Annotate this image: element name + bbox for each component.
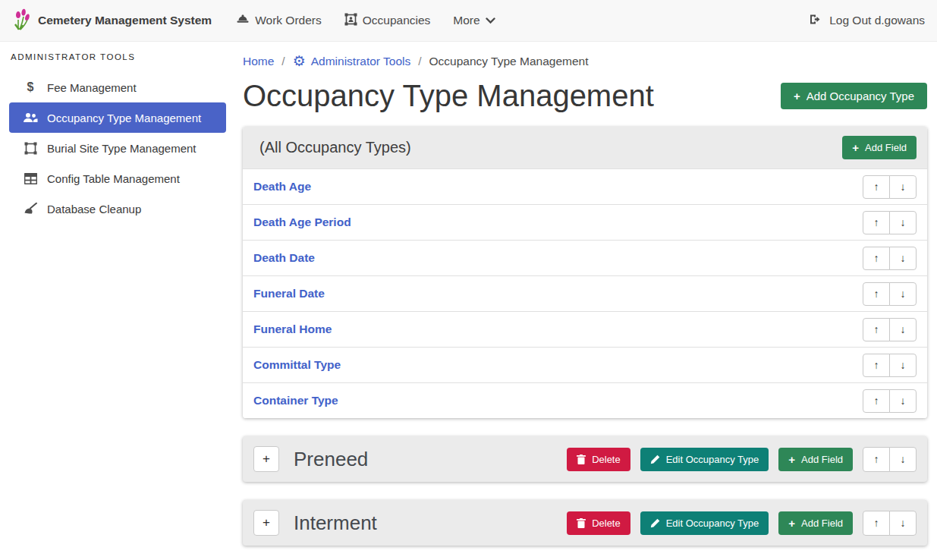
field-link[interactable]: Death Age Period bbox=[253, 216, 351, 229]
pencil-icon bbox=[650, 455, 660, 464]
field-list: Death Age ↑ ↓ Death Age Period ↑ ↓ Death… bbox=[243, 168, 927, 418]
move-up-button[interactable]: ↑ bbox=[863, 282, 890, 306]
users-icon bbox=[23, 112, 38, 123]
sidebar-item-burial-site-type-management[interactable]: Burial Site Type Management bbox=[9, 133, 226, 163]
reorder-group: ↑ ↓ bbox=[863, 354, 917, 377]
field-link[interactable]: Funeral Home bbox=[253, 322, 332, 336]
field-row: Committal Type ↑ ↓ bbox=[243, 347, 927, 382]
plus-icon: + bbox=[788, 454, 795, 465]
app-brand[interactable]: Cemetery Management System bbox=[12, 8, 212, 33]
table-icon bbox=[23, 173, 38, 184]
sign-out-icon bbox=[810, 14, 823, 28]
section-title: Preneed bbox=[294, 448, 368, 471]
move-down-button[interactable]: ↓ bbox=[889, 389, 917, 413]
field-link[interactable]: Death Age bbox=[253, 180, 311, 193]
move-up-button[interactable]: ↑ bbox=[863, 447, 890, 472]
reorder-group: ↑ ↓ bbox=[863, 211, 917, 234]
field-row: Funeral Home ↑ ↓ bbox=[243, 311, 927, 347]
field-link[interactable]: Committal Type bbox=[253, 358, 341, 372]
delete-label: Delete bbox=[592, 518, 621, 529]
reorder-group: ↑ ↓ bbox=[863, 175, 917, 199]
all-occupancy-types-card: (All Occupancy Types) + Add Field Death … bbox=[243, 127, 927, 418]
add-field-label: Add Field bbox=[865, 142, 907, 153]
move-up-button[interactable]: ↑ bbox=[863, 175, 890, 199]
add-field-label: Add Field bbox=[801, 518, 843, 529]
field-row: Death Date ↑ ↓ bbox=[243, 240, 927, 275]
logout-button[interactable]: Log Out d.gowans bbox=[810, 14, 925, 28]
add-field-button[interactable]: + Add Field bbox=[842, 136, 917, 159]
field-link[interactable]: Funeral Date bbox=[253, 287, 325, 300]
breadcrumb-home-link[interactable]: Home bbox=[243, 55, 274, 68]
navbar-menu: Work Orders Occupancies More bbox=[236, 13, 495, 29]
sidebar-item-config-table-management[interactable]: Config Table Management bbox=[9, 163, 226, 193]
add-field-button[interactable]: + Add Field bbox=[778, 448, 853, 471]
move-up-button[interactable]: ↑ bbox=[863, 247, 890, 270]
sidebar-item-database-cleanup[interactable]: Database Cleanup bbox=[9, 193, 226, 224]
gear-icon: ⚙ bbox=[293, 54, 306, 68]
add-field-button[interactable]: + Add Field bbox=[778, 511, 853, 535]
delete-button[interactable]: Delete bbox=[567, 511, 630, 535]
reorder-group: ↑ ↓ bbox=[863, 447, 917, 472]
sidebar-item-label: Occupancy Type Management bbox=[47, 112, 201, 124]
sidebar-item-occupancy-type-management[interactable]: Occupancy Type Management bbox=[9, 102, 226, 133]
field-row: Container Type ↑ ↓ bbox=[243, 382, 927, 418]
edit-occupancy-type-button[interactable]: Edit Occupancy Type bbox=[640, 511, 769, 535]
occupancy-plot-icon bbox=[344, 13, 357, 29]
move-up-button[interactable]: ↑ bbox=[863, 354, 890, 377]
move-down-button[interactable]: ↓ bbox=[889, 175, 917, 199]
move-up-button[interactable]: ↑ bbox=[863, 389, 890, 413]
delete-label: Delete bbox=[592, 454, 621, 465]
plus-icon: + bbox=[788, 518, 795, 529]
move-up-button[interactable]: ↑ bbox=[863, 211, 890, 234]
nav-work-orders[interactable]: Work Orders bbox=[236, 13, 322, 28]
nav-occupancies[interactable]: Occupancies bbox=[344, 13, 431, 29]
section-preneed: + Preneed Delete bbox=[243, 436, 927, 482]
move-down-button[interactable]: ↓ bbox=[889, 282, 917, 306]
field-row: Death Age ↑ ↓ bbox=[243, 168, 927, 204]
breadcrumb: Home / ⚙ Administrator Tools / Occupancy… bbox=[243, 54, 927, 68]
pencil-icon bbox=[650, 518, 660, 528]
edit-occupancy-type-label: Edit Occupancy Type bbox=[666, 518, 759, 529]
section-title: Interment bbox=[294, 511, 377, 535]
sidebar-item-fee-management[interactable]: $ Fee Management bbox=[9, 72, 226, 102]
section-interment: + Interment Delete bbox=[243, 500, 927, 546]
sidebar-heading: ADMINISTRATOR TOOLS bbox=[9, 52, 226, 61]
move-up-button[interactable]: ↑ bbox=[863, 511, 890, 536]
move-down-button[interactable]: ↓ bbox=[889, 247, 917, 270]
move-down-button[interactable]: ↓ bbox=[889, 447, 917, 472]
field-row: Funeral Date ↑ ↓ bbox=[243, 275, 927, 311]
page-title: Occupancy Type Management bbox=[243, 79, 654, 113]
move-up-button[interactable]: ↑ bbox=[863, 318, 890, 341]
sidebar-item-label: Config Table Management bbox=[47, 172, 180, 185]
breadcrumb-separator: / bbox=[281, 55, 285, 68]
expand-button[interactable]: + bbox=[253, 510, 279, 536]
edit-occupancy-type-button[interactable]: Edit Occupancy Type bbox=[640, 448, 769, 471]
breadcrumb-admin-tools-link[interactable]: ⚙ Administrator Tools bbox=[293, 54, 411, 68]
field-link[interactable]: Death Date bbox=[253, 251, 315, 265]
trash-icon bbox=[577, 455, 586, 464]
expand-button[interactable]: + bbox=[253, 446, 279, 472]
chevron-down-icon bbox=[486, 14, 495, 27]
add-occupancy-type-label: Add Occupancy Type bbox=[807, 90, 914, 102]
sidebar: ADMINISTRATOR TOOLS $ Fee Management Occ… bbox=[0, 42, 243, 560]
move-down-button[interactable]: ↓ bbox=[889, 354, 917, 377]
broom-icon bbox=[23, 203, 38, 215]
sidebar-item-label: Fee Management bbox=[47, 81, 137, 94]
sidebar-item-label: Burial Site Type Management bbox=[47, 142, 197, 155]
hard-hat-icon bbox=[236, 13, 250, 28]
move-down-button[interactable]: ↓ bbox=[889, 211, 917, 234]
move-down-button[interactable]: ↓ bbox=[889, 318, 917, 341]
main-content: Home / ⚙ Administrator Tools / Occupancy… bbox=[243, 42, 937, 560]
breadcrumb-separator: / bbox=[418, 55, 421, 68]
delete-button[interactable]: Delete bbox=[567, 448, 630, 471]
reorder-group: ↑ ↓ bbox=[863, 282, 917, 306]
add-occupancy-type-button[interactable]: + Add Occupancy Type bbox=[781, 83, 927, 109]
tulip-logo-icon bbox=[12, 8, 32, 33]
breadcrumb-current: Occupancy Type Management bbox=[429, 55, 589, 68]
sidebar-item-label: Database Cleanup bbox=[47, 203, 141, 216]
reorder-group: ↑ ↓ bbox=[863, 247, 917, 270]
nav-more[interactable]: More bbox=[453, 14, 495, 27]
field-link[interactable]: Container Type bbox=[253, 394, 338, 407]
top-navbar: Cemetery Management System Work Orders bbox=[0, 0, 937, 42]
move-down-button[interactable]: ↓ bbox=[889, 511, 917, 536]
